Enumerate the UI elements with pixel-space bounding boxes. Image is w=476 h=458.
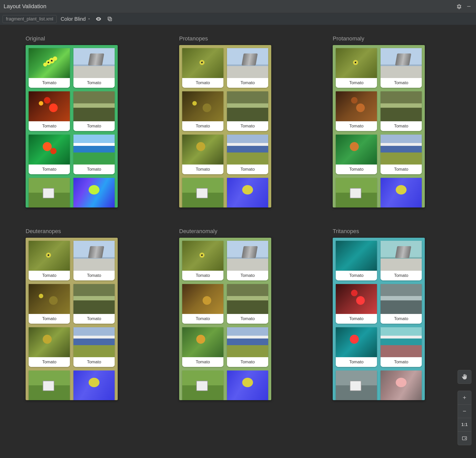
plant-card[interactable]: Tomato bbox=[336, 327, 377, 367]
zoom-in-button[interactable] bbox=[458, 391, 471, 404]
plant-card[interactable]: Tomato bbox=[336, 178, 377, 208]
device-frame: TomatoTomatoTomatoTomatoTomatoTomatoToma… bbox=[26, 45, 118, 208]
zoom-fit-button[interactable] bbox=[458, 431, 471, 445]
plant-card[interactable]: Tomato bbox=[29, 135, 70, 174]
plant-card-label: Tomato bbox=[336, 314, 377, 324]
plant-card[interactable]: Tomato bbox=[336, 241, 377, 280]
plant-thumbnail bbox=[227, 178, 268, 208]
plant-thumbnail bbox=[336, 178, 377, 208]
plant-card[interactable]: Tomato bbox=[73, 91, 115, 131]
plant-card[interactable]: Tomato bbox=[29, 178, 70, 208]
preview-tritanopes[interactable]: TritanopesTomatoTomatoTomatoTomatoTomato… bbox=[333, 228, 425, 400]
plant-card[interactable]: Tomato bbox=[29, 241, 70, 280]
device-content: TomatoTomatoTomatoTomatoTomatoTomatoToma… bbox=[26, 238, 118, 400]
plant-thumbnail bbox=[381, 370, 422, 400]
plant-thumbnail bbox=[29, 327, 70, 357]
plant-card[interactable]: Tomato bbox=[227, 327, 268, 367]
panel-title: Layout Validation bbox=[4, 3, 453, 10]
plant-card-label: Tomato bbox=[381, 165, 422, 174]
plant-card[interactable]: Tomato bbox=[381, 241, 422, 280]
preview-title: Protanopes bbox=[179, 35, 271, 42]
plant-card[interactable]: Tomato bbox=[29, 91, 70, 131]
plant-card-label: Tomato bbox=[73, 314, 115, 324]
copy-layouts-button[interactable] bbox=[106, 15, 113, 23]
plant-card-label: Tomato bbox=[182, 78, 223, 88]
plant-card[interactable]: Tomato bbox=[227, 48, 268, 88]
plant-card[interactable]: Tomato bbox=[182, 284, 223, 324]
plant-card[interactable]: Tomato bbox=[73, 48, 115, 88]
preview-deuteranomaly[interactable]: DeuteranomalyTomatoTomatoTomatoTomatoTom… bbox=[179, 228, 271, 400]
preview-original[interactable]: OriginalTomatoTomatoTomatoTomatoTomatoTo… bbox=[26, 35, 118, 208]
plant-card[interactable]: Tomato bbox=[336, 370, 377, 400]
plant-card-label: Tomato bbox=[381, 78, 422, 88]
preview-canvas[interactable]: OriginalTomatoTomatoTomatoTomatoTomatoTo… bbox=[0, 25, 476, 458]
plant-card[interactable]: Tomato bbox=[182, 135, 223, 174]
plant-card[interactable]: Tomato bbox=[73, 327, 115, 367]
plant-thumbnail bbox=[381, 91, 422, 121]
zoom-controls: 1:1 bbox=[458, 391, 471, 445]
plant-thumbnail bbox=[227, 91, 268, 121]
validation-mode-dropdown[interactable]: Color Blind bbox=[61, 16, 91, 22]
plant-card[interactable]: Tomato bbox=[227, 91, 268, 131]
plant-card[interactable]: Tomato bbox=[73, 135, 115, 174]
plant-card[interactable]: Tomato bbox=[381, 91, 422, 131]
plant-card[interactable]: Tomato bbox=[73, 370, 115, 400]
plant-card[interactable]: Tomato bbox=[227, 241, 268, 280]
plant-card[interactable]: Tomato bbox=[73, 178, 115, 208]
plant-card-label: Tomato bbox=[73, 271, 115, 280]
plant-card[interactable]: Tomato bbox=[29, 284, 70, 324]
plant-card[interactable]: Tomato bbox=[182, 91, 223, 131]
plant-card[interactable]: Tomato bbox=[336, 135, 377, 174]
plant-thumbnail bbox=[182, 327, 223, 357]
plant-card[interactable]: Tomato bbox=[381, 178, 422, 208]
preview-protanopes[interactable]: ProtanopesTomatoTomatoTomatoTomatoTomato… bbox=[179, 35, 271, 208]
svg-point-1 bbox=[98, 18, 99, 19]
zoom-reset-button[interactable]: 1:1 bbox=[458, 418, 471, 431]
plant-thumbnail bbox=[73, 178, 115, 208]
pan-tool-button[interactable] bbox=[458, 370, 471, 384]
plant-thumbnail bbox=[381, 241, 422, 271]
plant-card[interactable]: Tomato bbox=[29, 48, 70, 88]
plant-card[interactable]: Tomato bbox=[381, 370, 422, 400]
plant-card[interactable]: Tomato bbox=[336, 284, 377, 324]
toolbar: fragment_plant_list.xml Color Blind bbox=[0, 13, 476, 25]
plant-thumbnail bbox=[381, 178, 422, 208]
plant-card[interactable]: Tomato bbox=[227, 178, 268, 208]
plant-card[interactable]: Tomato bbox=[182, 48, 223, 88]
titlebar: Layout Validation bbox=[0, 0, 476, 13]
plant-thumbnail bbox=[182, 284, 223, 314]
plant-card[interactable]: Tomato bbox=[227, 284, 268, 324]
plant-card-label: Tomato bbox=[336, 78, 377, 88]
settings-button[interactable] bbox=[456, 3, 463, 10]
plant-card[interactable]: Tomato bbox=[381, 327, 422, 367]
plant-card-label: Tomato bbox=[336, 357, 377, 367]
plant-card[interactable]: Tomato bbox=[73, 284, 115, 324]
preview-protanomaly[interactable]: ProtanomalyTomatoTomatoTomatoTomatoTomat… bbox=[333, 35, 425, 208]
plant-card[interactable]: Tomato bbox=[336, 91, 377, 131]
preview-title: Deuteranomaly bbox=[179, 228, 271, 235]
plant-card[interactable]: Tomato bbox=[182, 327, 223, 367]
minimize-icon bbox=[466, 4, 471, 9]
plant-card[interactable]: Tomato bbox=[381, 48, 422, 88]
plant-thumbnail bbox=[336, 327, 377, 357]
preview-deuteranopes[interactable]: DeuteranopesTomatoTomatoTomatoTomatoToma… bbox=[26, 228, 118, 400]
plant-card[interactable]: Tomato bbox=[182, 178, 223, 208]
plant-card-label: Tomato bbox=[29, 78, 70, 88]
plant-card[interactable]: Tomato bbox=[182, 370, 223, 400]
visibility-toggle[interactable] bbox=[95, 15, 102, 23]
plant-card[interactable]: Tomato bbox=[381, 135, 422, 174]
plant-card[interactable]: Tomato bbox=[381, 284, 422, 324]
plant-card[interactable]: Tomato bbox=[227, 135, 268, 174]
plant-card[interactable]: Tomato bbox=[29, 370, 70, 400]
zoom-out-button[interactable] bbox=[458, 404, 471, 418]
minimize-button[interactable] bbox=[465, 3, 472, 10]
plant-card-label: Tomato bbox=[182, 121, 223, 131]
plant-card[interactable]: Tomato bbox=[227, 370, 268, 400]
filename-chip[interactable]: fragment_plant_list.xml bbox=[3, 15, 57, 23]
plant-card[interactable]: Tomato bbox=[182, 241, 223, 280]
plant-card[interactable]: Tomato bbox=[336, 48, 377, 88]
validation-mode-label: Color Blind bbox=[61, 16, 86, 22]
plant-thumbnail bbox=[182, 178, 223, 208]
plant-card[interactable]: Tomato bbox=[29, 327, 70, 367]
plant-card[interactable]: Tomato bbox=[73, 241, 115, 280]
